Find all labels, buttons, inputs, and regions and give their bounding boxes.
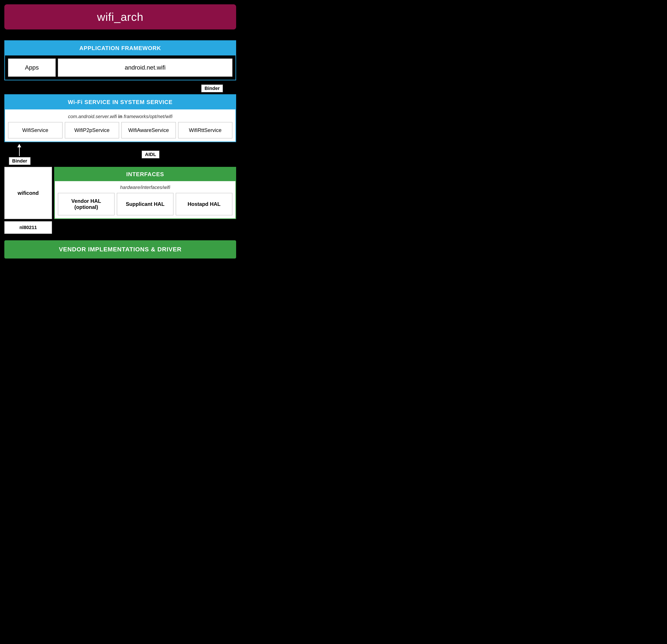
upward-arrow <box>17 144 21 156</box>
aidl-connector-right: AIDL <box>65 144 236 159</box>
android-net-wifi-box: android.net.wifi <box>58 59 232 77</box>
binder-label-left: Binder <box>9 157 31 165</box>
title-bar: wifi_arch <box>4 4 236 30</box>
nl80211-row: nl80211 <box>4 221 236 234</box>
app-framework-section: APPLICATION FRAMEWORK Apps android.net.w… <box>4 40 236 80</box>
hal-row: Vendor HAL (optional) Supplicant HAL Hos… <box>58 193 232 215</box>
wifi-service-header: Wi-Fi SERVICE IN SYSTEM SERVICE <box>5 95 235 109</box>
hostapd-hal-box: Hostapd HAL <box>176 193 232 215</box>
android-net-wifi-label: android.net.wifi <box>125 64 165 71</box>
nl80211-box: nl80211 <box>4 221 52 234</box>
wifi-service-path: com.android.server.wifi in frameworks/op… <box>8 112 232 122</box>
binder-connector-left: Binder <box>4 144 65 165</box>
wificond-label: wificond <box>18 190 38 196</box>
wifi-p2p-service-box: WifiP2pService <box>65 122 119 139</box>
binder-connector-row: Binder <box>4 83 236 93</box>
nl80211-label: nl80211 <box>19 225 37 230</box>
wifi-rtt-service-box: WifiRttService <box>178 122 233 139</box>
apps-box: Apps <box>8 59 56 77</box>
connector-row: Binder AIDL <box>4 144 236 165</box>
wificond-box: wificond <box>4 167 52 219</box>
aidl-label: AIDL <box>142 150 160 159</box>
interfaces-header: INTERFACES <box>55 167 235 181</box>
page-title: wifi_arch <box>9 11 232 23</box>
services-row: WifiService WifiP2pService WifiAwareServ… <box>8 122 232 139</box>
wifi-aware-service-box: WifiAwareService <box>121 122 176 139</box>
arrow-line <box>19 147 20 156</box>
interfaces-section: INTERFACES hardware/interfaces/wifi Vend… <box>54 167 236 219</box>
vendor-hal-box: Vendor HAL (optional) <box>58 193 115 215</box>
binder-label-top: Binder <box>201 84 223 93</box>
wifi-service-section: Wi-Fi SERVICE IN SYSTEM SERVICE com.andr… <box>4 94 236 142</box>
app-framework-header: APPLICATION FRAMEWORK <box>5 41 235 55</box>
vendor-label: VENDOR IMPLEMENTATIONS & DRIVER <box>59 246 182 253</box>
arrowhead-icon <box>17 144 21 147</box>
apps-label: Apps <box>25 64 39 71</box>
wificond-interfaces-section: wificond INTERFACES hardware/interfaces/… <box>4 167 236 234</box>
wificond-interfaces-row: wificond INTERFACES hardware/interfaces/… <box>4 167 236 219</box>
wifi-service-box: WifiService <box>8 122 63 139</box>
supplicant-hal-box: Supplicant HAL <box>117 193 174 215</box>
vendor-section: VENDOR IMPLEMENTATIONS & DRIVER <box>4 240 236 258</box>
hw-path: hardware/interfaces/wifi <box>58 183 232 193</box>
